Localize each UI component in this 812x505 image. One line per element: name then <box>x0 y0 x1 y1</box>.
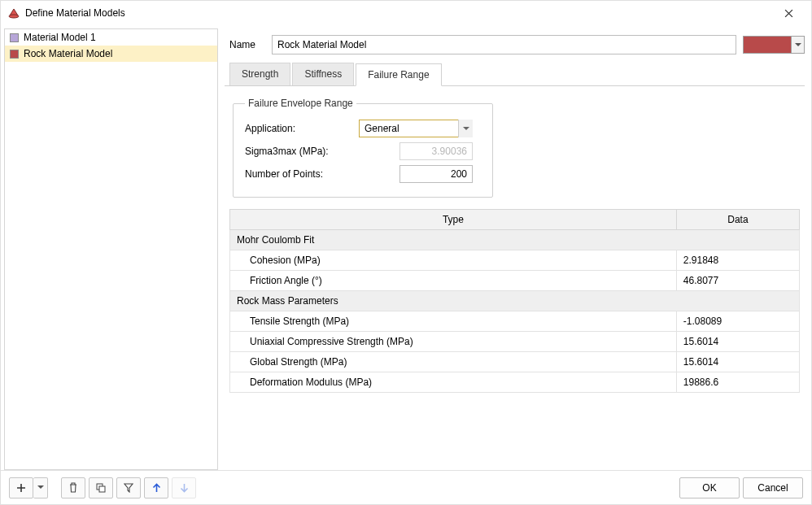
arrow-down-icon <box>180 483 189 493</box>
delete-material-button[interactable] <box>61 477 85 498</box>
sigma3max-input <box>399 142 473 160</box>
material-swatch <box>10 50 19 59</box>
materials-sidebar: Material Model 1 Rock Material Model <box>4 28 218 470</box>
tab-strength[interactable]: Strength <box>229 63 290 85</box>
footer-toolbar: OK Cancel <box>1 470 811 504</box>
chevron-down-icon <box>37 485 44 490</box>
table-section-header: Mohr Coulomb Fit <box>230 230 800 250</box>
filter-button[interactable] <box>116 477 141 498</box>
table-section-header: Rock Mass Parameters <box>230 291 800 311</box>
table-row: Deformation Modulus (MPa) 19886.6 <box>230 372 800 393</box>
arrow-up-icon <box>152 483 161 493</box>
app-icon <box>7 7 20 20</box>
add-material-button[interactable] <box>9 477 33 498</box>
table-row: Uniaxial Compressive Strength (MPa) 15.6… <box>230 332 800 352</box>
results-table: Type Data Mohr Coulomb Fit Cohesion (MPa… <box>229 209 800 393</box>
ok-button[interactable]: OK <box>679 477 740 498</box>
move-down-button <box>172 477 196 498</box>
material-color-button[interactable] <box>743 36 792 54</box>
failure-envelope-group: Failure Envelope Range Application: Gene… <box>233 98 493 198</box>
num-points-label: Number of Points: <box>245 168 359 180</box>
table-row: Tensile Strength (MPa) -1.08089 <box>230 311 800 332</box>
plus-icon <box>16 483 26 493</box>
table-row: Friction Angle (°) 46.8077 <box>230 271 800 291</box>
tab-failure-range[interactable]: Failure Range <box>356 63 441 86</box>
copy-icon <box>96 483 106 493</box>
svg-rect-2 <box>99 486 105 492</box>
tab-stiffness[interactable]: Stiffness <box>292 63 354 85</box>
copy-material-button[interactable] <box>89 477 113 498</box>
cancel-button[interactable]: Cancel <box>743 477 803 498</box>
materials-list: Material Model 1 Rock Material Model <box>5 29 217 469</box>
sigma3max-label: Sigma3max (MPa): <box>245 146 359 157</box>
failure-envelope-legend: Failure Envelope Range <box>245 98 356 109</box>
material-name-input[interactable] <box>272 35 736 54</box>
titlebar: Define Material Models <box>1 1 811 25</box>
tab-content-failure-range: Failure Envelope Range Application: Gene… <box>225 86 805 393</box>
col-data: Data <box>676 210 799 230</box>
table-row: Global Strength (MPa) 15.6014 <box>230 352 800 372</box>
table-row: Cohesion (MPa) 2.91848 <box>230 250 800 271</box>
close-button[interactable] <box>772 1 805 25</box>
application-label: Application: <box>245 123 359 134</box>
application-select[interactable]: General <box>359 120 473 137</box>
window-title: Define Material Models <box>25 7 772 19</box>
main-panel: Name Strength Stiffness Failure Range <box>218 25 811 470</box>
chevron-down-icon <box>458 120 473 137</box>
svg-point-0 <box>9 15 19 18</box>
material-color-dropdown[interactable] <box>792 36 805 54</box>
trash-icon <box>68 482 78 493</box>
define-material-models-dialog: Define Material Models Material Model 1 … <box>0 0 812 505</box>
material-name: Rock Material Model <box>24 48 112 59</box>
tabs: Strength Stiffness Failure Range <box>225 63 805 86</box>
material-swatch <box>10 33 19 42</box>
material-name: Material Model 1 <box>24 32 96 43</box>
col-type: Type <box>230 210 677 230</box>
material-item[interactable]: Rock Material Model <box>5 46 217 62</box>
chevron-down-icon <box>795 43 801 47</box>
num-points-input[interactable] <box>399 165 473 183</box>
name-label: Name <box>229 39 265 50</box>
close-icon <box>784 9 793 18</box>
filter-icon <box>124 483 133 493</box>
material-item[interactable]: Material Model 1 <box>5 29 217 46</box>
add-material-dropdown[interactable] <box>33 477 48 498</box>
move-up-button[interactable] <box>144 477 168 498</box>
